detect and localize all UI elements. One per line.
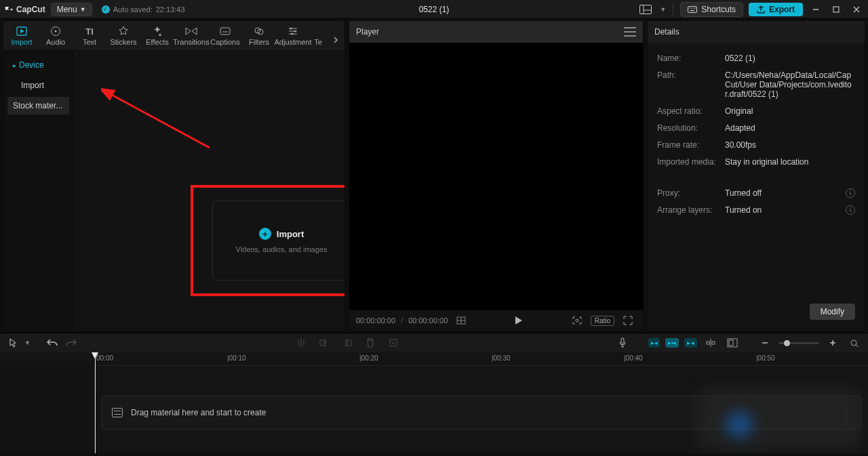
- quality-button[interactable]: [453, 313, 469, 328]
- tabs-more-button[interactable]: [328, 30, 343, 50]
- check-icon: ✓: [102, 5, 110, 14]
- info-icon[interactable]: i: [846, 205, 855, 215]
- text-icon: TI: [85, 26, 94, 37]
- timeline-panel: ▼ ▸◂ ▸▪◂ ▸ ◂ 00:00: [0, 333, 868, 453]
- tab-audio[interactable]: Audio: [39, 23, 73, 50]
- timeline-toolbar: ▼ ▸◂ ▸▪◂ ▸ ◂: [0, 333, 868, 352]
- detail-label: Aspect ratio:: [657, 106, 719, 116]
- snap-main-button[interactable]: ▸◂: [648, 338, 660, 348]
- details-header: Details: [648, 21, 865, 43]
- play-button[interactable]: [511, 313, 527, 328]
- undo-button[interactable]: [44, 335, 60, 350]
- snap-off-button[interactable]: ▸ ◂: [684, 338, 697, 348]
- minimize-button[interactable]: [808, 3, 823, 16]
- tab-transitions[interactable]: Transitions: [174, 23, 208, 50]
- time-separator: /: [401, 316, 403, 325]
- audio-icon: [50, 26, 61, 37]
- detail-row-name: Name:0522 (1): [657, 54, 855, 63]
- scan-button[interactable]: [569, 313, 585, 328]
- chevron-down-icon[interactable]: ▼: [24, 339, 31, 346]
- tab-captions[interactable]: Captions: [208, 23, 242, 50]
- drop-hint-text: Drag material here and start to create: [131, 408, 266, 417]
- detail-value: Turned off: [725, 188, 840, 198]
- detail-value: 30.00fps: [725, 140, 855, 150]
- snap-track-button[interactable]: ▸▪◂: [665, 338, 679, 348]
- detail-label: Frame rate:: [657, 140, 719, 150]
- shortcuts-button[interactable]: Shortcuts: [680, 2, 743, 17]
- detail-value: Turned on: [725, 205, 840, 215]
- chevron-down-icon[interactable]: ▼: [660, 6, 666, 13]
- tab-label: Transitions: [173, 38, 209, 46]
- player-controls: 00:00:00:00 / 00:00:00:00 Ratio: [349, 310, 643, 331]
- svg-line-49: [856, 345, 859, 347]
- menu-label: Menu: [57, 5, 77, 14]
- svg-rect-38: [390, 339, 397, 346]
- tab-label: Stickers: [110, 38, 136, 46]
- import-dropzone[interactable]: + Import Videos, audios, and images: [212, 201, 345, 281]
- tab-text[interactable]: TI Text: [73, 23, 106, 50]
- record-vo-button[interactable]: [614, 335, 631, 350]
- crop-button[interactable]: [385, 335, 401, 350]
- info-icon[interactable]: i: [846, 188, 855, 198]
- fullscreen-button[interactable]: [620, 313, 636, 328]
- filters-icon: [254, 26, 264, 37]
- tab-filters[interactable]: Filters: [242, 23, 276, 50]
- ratio-label: Ratio: [595, 317, 610, 325]
- zoom-in-button[interactable]: [825, 335, 841, 350]
- ratio-button[interactable]: Ratio: [591, 316, 614, 326]
- detail-row-proxy: Proxy:Turned offi: [657, 188, 855, 198]
- zoom-fit-button[interactable]: [846, 335, 863, 350]
- tab-effects[interactable]: Effects: [140, 23, 174, 50]
- maximize-button[interactable]: [829, 3, 844, 16]
- zoom-thumb[interactable]: [784, 340, 790, 346]
- cover-button[interactable]: [724, 335, 741, 350]
- svg-rect-37: [347, 340, 351, 346]
- autosave-time: 22:13:43: [156, 5, 185, 14]
- sidebar-item-import[interactable]: Import: [7, 77, 69, 94]
- delete-button[interactable]: [362, 335, 378, 350]
- menu-button[interactable]: Menu ▼: [51, 3, 92, 16]
- details-panel: Details Name:0522 (1) Path:C:/Users/Neha…: [647, 20, 865, 331]
- player-menu-button[interactable]: [624, 27, 636, 37]
- media-panel: Import Audio TI Text Stickers Effects Tr…: [3, 20, 345, 331]
- workspace: Import Audio TI Text Stickers Effects Tr…: [0, 19, 868, 333]
- tab-stickers[interactable]: Stickers: [106, 23, 140, 50]
- tab-import[interactable]: Import: [5, 23, 39, 50]
- detail-value: C:/Users/Neha/AppData/Local/CapCut/User …: [725, 70, 855, 99]
- tab-label: Effects: [146, 38, 168, 46]
- detail-label: Resolution:: [657, 123, 719, 133]
- close-button[interactable]: [849, 3, 864, 16]
- export-button[interactable]: Export: [749, 3, 803, 16]
- keyboard-icon: [688, 6, 697, 13]
- tab-templates-partial[interactable]: Te: [310, 23, 326, 50]
- sidebar-item-stock[interactable]: Stock mater...: [7, 97, 69, 115]
- zoom-slider[interactable]: [778, 342, 819, 344]
- preview-axis-button[interactable]: [703, 335, 719, 350]
- titlebar: CapCut Menu ▼ ✓ Auto saved: 22:13:43 052…: [0, 0, 868, 19]
- delete-right-button[interactable]: [339, 335, 355, 350]
- modify-button[interactable]: Modify: [810, 304, 855, 320]
- ruler-mark: |00:10: [227, 354, 246, 362]
- redo-button[interactable]: [63, 335, 79, 350]
- media-content-area: + Import Videos, audios, and images: [74, 51, 344, 331]
- project-title: 0522 (1): [419, 5, 450, 14]
- media-tabbar: Import Audio TI Text Stickers Effects Tr…: [3, 21, 344, 51]
- tab-label: Text: [83, 38, 96, 46]
- layout-button[interactable]: [637, 3, 654, 16]
- select-tool[interactable]: [5, 335, 22, 350]
- split-button[interactable]: [293, 335, 309, 350]
- svg-marker-12: [20, 29, 24, 33]
- svg-rect-39: [621, 338, 624, 344]
- zoom-out-button[interactable]: [757, 335, 773, 350]
- tab-label: Te: [314, 38, 322, 46]
- export-icon: [757, 5, 765, 14]
- timeline-ruler[interactable]: 00:00 |00:10 |00:20 |00:30 |00:40 |00:50: [95, 352, 868, 366]
- timeline-drop-hint[interactable]: Drag material here and start to create: [102, 396, 861, 430]
- tab-adjustment[interactable]: Adjustment: [276, 23, 310, 50]
- delete-left-button[interactable]: [316, 335, 332, 350]
- app-logo: CapCut: [4, 5, 45, 14]
- details-body: Name:0522 (1) Path:C:/Users/Neha/AppData…: [648, 43, 865, 331]
- player-viewport[interactable]: [349, 43, 643, 310]
- sidebar-item-device[interactable]: ▸Device: [7, 56, 69, 74]
- timeline-body[interactable]: 00:00 |00:10 |00:20 |00:30 |00:40 |00:50…: [0, 352, 868, 453]
